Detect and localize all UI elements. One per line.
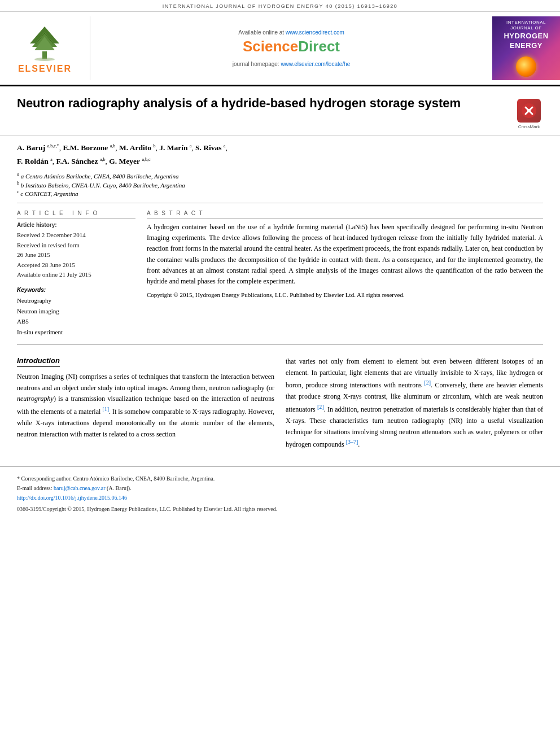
author-ardito: M. Ardito xyxy=(119,143,151,152)
svg-point-8 xyxy=(527,109,531,112)
available-label: Available online at xyxy=(238,29,284,36)
svg-point-1 xyxy=(34,58,55,61)
banner-center: Available online at www.sciencedirect.co… xyxy=(90,16,492,80)
history-accepted: Accepted 28 June 2015 xyxy=(17,260,135,270)
elsevier-logo: ELSEVIER xyxy=(18,22,72,74)
borzone-affil: a,b xyxy=(110,143,116,148)
ref-2-link-b[interactable]: [2] xyxy=(317,404,324,410)
footer-copyright: 0360-3199/Copyright © 2015, Hydrogen Ene… xyxy=(17,506,543,512)
history-available: Available online 21 July 2015 xyxy=(17,270,135,280)
author-meyer: G. Meyer xyxy=(109,157,140,165)
available-text: Available online at www.sciencedirect.co… xyxy=(238,29,344,36)
history-label: Article history: xyxy=(17,222,135,228)
body-right-column: that varies not only from element to ele… xyxy=(286,356,543,455)
banner: ELSEVIER Available online at www.science… xyxy=(0,12,560,86)
intro-right-text: that varies not only from element to ele… xyxy=(286,356,543,451)
journal-cover-thumbnail: International Journal of HYDROGEN ENERGY xyxy=(492,16,560,80)
homepage-url: www.elsevier.com/locate/he xyxy=(281,61,350,67)
marin-affil: a xyxy=(190,143,192,148)
history-revised-label: Received in revised form xyxy=(17,241,135,251)
introduction-heading: Introduction xyxy=(17,356,60,367)
affiliation-c: c c CONICET, Argentina xyxy=(17,189,543,197)
journal-header: International Journal of Hydrogen Energy… xyxy=(0,0,560,12)
journal-title-bar: International Journal of Hydrogen Energy… xyxy=(163,3,398,9)
keyword-4: In-situ experiment xyxy=(17,327,135,338)
main-content: Introduction Neutron Imaging (NI) compri… xyxy=(0,356,560,455)
journal-cover-content: International Journal of HYDROGEN ENERGY xyxy=(496,20,557,77)
keyword-1: Neutrography xyxy=(17,295,135,306)
doi-line: http://dx.doi.org/10.1016/j.ijhydene.201… xyxy=(17,493,543,503)
abstract-text: A hydrogen container based on the use of… xyxy=(147,222,543,287)
elsevier-tree-icon xyxy=(22,22,67,62)
cover-circle-icon xyxy=(516,56,536,77)
cover-title: International Journal of HYDROGEN ENERGY xyxy=(496,20,557,51)
abstract-column: A B S T R A C T A hydrogen container bas… xyxy=(147,210,543,338)
elsevier-text: ELSEVIER xyxy=(18,64,72,74)
affiliations: a a Centro Atómico Bariloche, CNEA, 8400… xyxy=(17,172,543,197)
body-left-column: Introduction Neutron Imaging (NI) compri… xyxy=(17,356,274,455)
affiliation-a: a a Centro Atómico Bariloche, CNEA, 8400… xyxy=(17,172,543,180)
history-received: Received 2 December 2014 xyxy=(17,230,135,241)
authors-line-2: F. Roldán a, F.A. Sánchez a,b, G. Meyer … xyxy=(17,156,543,167)
sanchez-affil: a,b xyxy=(100,156,106,161)
meyer-affil: a,b,c xyxy=(142,156,150,161)
ref-1-link[interactable]: [1] xyxy=(102,406,109,412)
sd-url: www.sciencedirect.com xyxy=(286,29,344,36)
ref-2-link-a[interactable]: [2] xyxy=(424,379,431,386)
crossmark-icon xyxy=(521,103,537,119)
email-link[interactable]: baruj@cab.cnea.gov.ar xyxy=(54,485,107,491)
affiliation-b: b b Instituto Balseiro, CNEA-U.N. Cuyo, … xyxy=(17,181,543,189)
crossmark-label: CrossMark xyxy=(518,124,540,129)
journal-homepage: journal homepage: www.elsevier.com/locat… xyxy=(233,61,350,67)
keyword-3: AB5 xyxy=(17,316,135,327)
article-info-heading: A R T I C L E I N F O xyxy=(17,210,135,219)
sciencedirect-logo: ScienceDirect xyxy=(243,38,340,55)
baruj-affil: a,b,c,* xyxy=(47,143,59,148)
elsevier-logo-area: ELSEVIER xyxy=(0,16,90,80)
rivas-affil: a xyxy=(224,143,226,148)
author-roldan: F. Roldán xyxy=(17,157,49,165)
doi-link[interactable]: http://dx.doi.org/10.1016/j.ijhydene.201… xyxy=(17,495,127,501)
article-info-abstract: A R T I C L E I N F O Article history: R… xyxy=(0,203,560,344)
roldan-affil: a xyxy=(50,156,53,161)
keyword-2: Neutron imaging xyxy=(17,306,135,317)
authors-section: A. Baruj a,b,c,*, E.M. Borzone a,b, M. A… xyxy=(0,136,560,203)
corresponding-author: * Corresponding author. Centro Atómico B… xyxy=(17,474,543,483)
author-borzone: E.M. Borzone xyxy=(63,143,108,152)
footer: * Corresponding author. Centro Atómico B… xyxy=(0,466,560,516)
homepage-label: journal homepage: xyxy=(233,61,279,67)
crossmark-area[interactable]: CrossMark xyxy=(515,99,543,129)
ref-3-7-link[interactable]: [3–7] xyxy=(346,439,358,445)
keywords-label: Keywords: xyxy=(17,287,135,293)
intro-left-text: Neutron Imaging (NI) comprises a series … xyxy=(17,372,274,440)
author-rivas: S. Rivas xyxy=(195,143,222,152)
article-info-column: A R T I C L E I N F O Article history: R… xyxy=(17,210,135,338)
article-title: Neutron radiography analysis of a hydrid… xyxy=(17,95,504,112)
abstract-heading: A B S T R A C T xyxy=(147,210,543,219)
abstract-copyright: Copyright © 2015, Hydrogen Energy Public… xyxy=(147,290,543,300)
section-divider-2 xyxy=(17,344,543,345)
authors-line: A. Baruj a,b,c,*, E.M. Borzone a,b, M. A… xyxy=(17,142,543,154)
author-marin: J. Marín xyxy=(159,143,187,152)
history-revised-date: 26 June 2015 xyxy=(17,250,135,260)
crossmark-badge[interactable] xyxy=(517,99,541,123)
author-sanchez: F.A. Sánchez xyxy=(56,157,98,165)
author-baruj: A. Baruj xyxy=(17,143,45,152)
ardito-affil: b xyxy=(153,143,155,148)
email-line: E-mail address: baruj@cab.cnea.gov.ar (A… xyxy=(17,483,543,493)
article-title-section: Neutron radiography analysis of a hydrid… xyxy=(0,86,560,136)
